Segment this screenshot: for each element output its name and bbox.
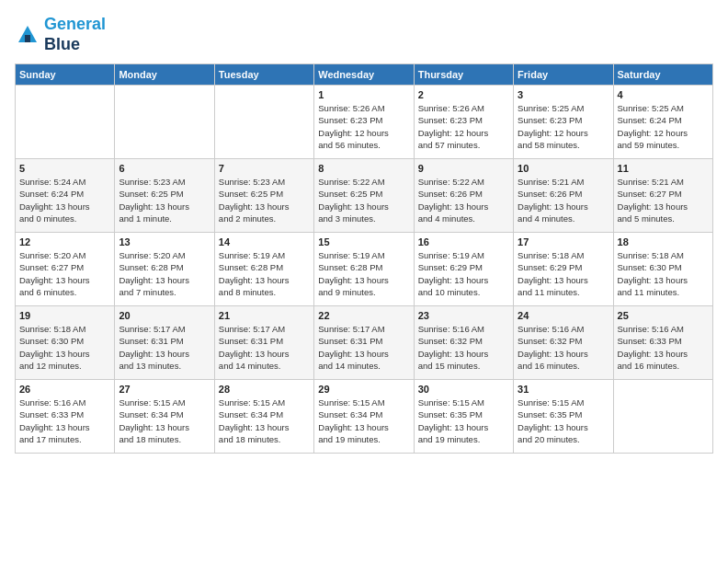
- logo-icon: [15, 22, 40, 48]
- day-number: 23: [418, 310, 509, 321]
- day-content: Sunrise: 5:22 AM Sunset: 6:26 PM Dayligh…: [418, 176, 509, 224]
- day-content: Sunrise: 5:17 AM Sunset: 6:31 PM Dayligh…: [318, 323, 409, 372]
- calendar-day-cell: 12Sunrise: 5:20 AM Sunset: 6:27 PM Dayli…: [16, 233, 115, 306]
- day-content: Sunrise: 5:21 AM Sunset: 6:26 PM Dayligh…: [518, 176, 609, 224]
- day-number: 12: [19, 236, 110, 247]
- day-content: Sunrise: 5:15 AM Sunset: 6:34 PM Dayligh…: [318, 396, 409, 445]
- day-number: 9: [418, 163, 509, 174]
- calendar-day-cell: 21Sunrise: 5:17 AM Sunset: 6:31 PM Dayli…: [214, 306, 313, 380]
- day-content: Sunrise: 5:15 AM Sunset: 6:35 PM Dayligh…: [418, 396, 509, 445]
- calendar-day-cell: 2Sunrise: 5:26 AM Sunset: 6:23 PM Daylig…: [414, 86, 513, 159]
- calendar-day-cell: 7Sunrise: 5:23 AM Sunset: 6:25 PM Daylig…: [214, 159, 313, 233]
- day-content: Sunrise: 5:17 AM Sunset: 6:31 PM Dayligh…: [219, 323, 310, 372]
- day-number: 27: [119, 384, 210, 395]
- day-number: 28: [219, 384, 310, 395]
- day-number: 10: [518, 163, 609, 174]
- day-number: 17: [518, 236, 609, 247]
- calendar-day-cell: 16Sunrise: 5:19 AM Sunset: 6:29 PM Dayli…: [414, 233, 513, 306]
- day-number: 21: [219, 310, 310, 321]
- day-content: Sunrise: 5:23 AM Sunset: 6:25 PM Dayligh…: [219, 176, 310, 224]
- day-content: Sunrise: 5:23 AM Sunset: 6:25 PM Dayligh…: [119, 176, 210, 224]
- calendar-week-row: 5Sunrise: 5:24 AM Sunset: 6:24 PM Daylig…: [16, 159, 713, 233]
- calendar-day-cell: [16, 86, 115, 159]
- day-content: Sunrise: 5:15 AM Sunset: 6:34 PM Dayligh…: [219, 396, 310, 445]
- calendar-day-cell: [115, 86, 214, 159]
- calendar-day-cell: 31Sunrise: 5:15 AM Sunset: 6:35 PM Dayli…: [514, 380, 613, 454]
- day-content: Sunrise: 5:19 AM Sunset: 6:28 PM Dayligh…: [318, 249, 409, 298]
- calendar-day-cell: 24Sunrise: 5:16 AM Sunset: 6:32 PM Dayli…: [514, 306, 613, 380]
- day-number: 4: [618, 89, 709, 100]
- day-content: Sunrise: 5:16 AM Sunset: 6:33 PM Dayligh…: [19, 396, 110, 445]
- weekday-header-row: SundayMondayTuesdayWednesdayThursdayFrid…: [16, 64, 713, 86]
- calendar-day-cell: 1Sunrise: 5:26 AM Sunset: 6:23 PM Daylig…: [314, 86, 414, 159]
- day-number: 29: [318, 384, 409, 395]
- day-content: Sunrise: 5:16 AM Sunset: 6:32 PM Dayligh…: [418, 323, 509, 372]
- calendar-day-cell: 22Sunrise: 5:17 AM Sunset: 6:31 PM Dayli…: [314, 306, 414, 380]
- day-number: 3: [518, 89, 609, 100]
- weekday-header-cell: Friday: [514, 64, 613, 86]
- calendar-day-cell: 18Sunrise: 5:18 AM Sunset: 6:30 PM Dayli…: [613, 233, 712, 306]
- calendar-day-cell: 25Sunrise: 5:16 AM Sunset: 6:33 PM Dayli…: [613, 306, 712, 380]
- weekday-header-cell: Saturday: [613, 64, 712, 86]
- calendar-day-cell: [214, 86, 313, 159]
- calendar-day-cell: 15Sunrise: 5:19 AM Sunset: 6:28 PM Dayli…: [314, 233, 414, 306]
- day-content: Sunrise: 5:19 AM Sunset: 6:28 PM Dayligh…: [219, 249, 310, 298]
- calendar-day-cell: 11Sunrise: 5:21 AM Sunset: 6:27 PM Dayli…: [613, 159, 712, 233]
- day-number: 5: [19, 163, 110, 174]
- calendar-day-cell: 10Sunrise: 5:21 AM Sunset: 6:26 PM Dayli…: [514, 159, 613, 233]
- calendar-day-cell: 9Sunrise: 5:22 AM Sunset: 6:26 PM Daylig…: [414, 159, 513, 233]
- day-content: Sunrise: 5:25 AM Sunset: 6:24 PM Dayligh…: [618, 102, 709, 151]
- calendar-table: SundayMondayTuesdayWednesdayThursdayFrid…: [15, 63, 713, 454]
- calendar-day-cell: 5Sunrise: 5:24 AM Sunset: 6:24 PM Daylig…: [16, 159, 115, 233]
- weekday-header-cell: Thursday: [414, 64, 513, 86]
- calendar-day-cell: 6Sunrise: 5:23 AM Sunset: 6:25 PM Daylig…: [115, 159, 214, 233]
- day-content: Sunrise: 5:24 AM Sunset: 6:24 PM Dayligh…: [19, 176, 110, 224]
- calendar-day-cell: 8Sunrise: 5:22 AM Sunset: 6:25 PM Daylig…: [314, 159, 414, 233]
- day-number: 16: [418, 236, 509, 247]
- day-content: Sunrise: 5:15 AM Sunset: 6:34 PM Dayligh…: [119, 396, 210, 445]
- calendar-day-cell: 19Sunrise: 5:18 AM Sunset: 6:30 PM Dayli…: [16, 306, 115, 380]
- day-content: Sunrise: 5:19 AM Sunset: 6:29 PM Dayligh…: [418, 249, 509, 298]
- day-number: 1: [318, 89, 409, 100]
- logo-text: General Blue: [44, 15, 106, 54]
- calendar-week-row: 1Sunrise: 5:26 AM Sunset: 6:23 PM Daylig…: [16, 86, 713, 159]
- day-number: 14: [219, 236, 310, 247]
- day-content: Sunrise: 5:25 AM Sunset: 6:23 PM Dayligh…: [518, 102, 609, 151]
- day-number: 24: [518, 310, 609, 321]
- calendar-day-cell: 17Sunrise: 5:18 AM Sunset: 6:29 PM Dayli…: [514, 233, 613, 306]
- day-number: 8: [318, 163, 409, 174]
- day-content: Sunrise: 5:26 AM Sunset: 6:23 PM Dayligh…: [418, 102, 509, 151]
- calendar-day-cell: 23Sunrise: 5:16 AM Sunset: 6:32 PM Dayli…: [414, 306, 513, 380]
- page-header: General Blue: [15, 15, 713, 54]
- day-content: Sunrise: 5:18 AM Sunset: 6:30 PM Dayligh…: [19, 323, 110, 372]
- svg-rect-1: [25, 35, 30, 42]
- day-content: Sunrise: 5:15 AM Sunset: 6:35 PM Dayligh…: [518, 396, 609, 445]
- day-number: 2: [418, 89, 509, 100]
- day-number: 13: [119, 236, 210, 247]
- day-number: 26: [19, 384, 110, 395]
- calendar-day-cell: 14Sunrise: 5:19 AM Sunset: 6:28 PM Dayli…: [214, 233, 313, 306]
- day-number: 15: [318, 236, 409, 247]
- weekday-header-cell: Monday: [115, 64, 214, 86]
- calendar-day-cell: 27Sunrise: 5:15 AM Sunset: 6:34 PM Dayli…: [115, 380, 214, 454]
- day-content: Sunrise: 5:21 AM Sunset: 6:27 PM Dayligh…: [618, 176, 709, 224]
- calendar-day-cell: 29Sunrise: 5:15 AM Sunset: 6:34 PM Dayli…: [314, 380, 414, 454]
- day-number: 30: [418, 384, 509, 395]
- day-number: 20: [119, 310, 210, 321]
- calendar-header: SundayMondayTuesdayWednesdayThursdayFrid…: [16, 64, 713, 86]
- calendar-day-cell: 20Sunrise: 5:17 AM Sunset: 6:31 PM Dayli…: [115, 306, 214, 380]
- day-number: 31: [518, 384, 609, 395]
- calendar-day-cell: 26Sunrise: 5:16 AM Sunset: 6:33 PM Dayli…: [16, 380, 115, 454]
- day-content: Sunrise: 5:20 AM Sunset: 6:27 PM Dayligh…: [19, 249, 110, 298]
- calendar-week-row: 26Sunrise: 5:16 AM Sunset: 6:33 PM Dayli…: [16, 380, 713, 454]
- weekday-header-cell: Tuesday: [214, 64, 313, 86]
- calendar-week-row: 12Sunrise: 5:20 AM Sunset: 6:27 PM Dayli…: [16, 233, 713, 306]
- day-content: Sunrise: 5:18 AM Sunset: 6:29 PM Dayligh…: [518, 249, 609, 298]
- calendar-day-cell: 13Sunrise: 5:20 AM Sunset: 6:28 PM Dayli…: [115, 233, 214, 306]
- day-content: Sunrise: 5:16 AM Sunset: 6:32 PM Dayligh…: [518, 323, 609, 372]
- calendar-day-cell: [613, 380, 712, 454]
- weekday-header-cell: Wednesday: [314, 64, 414, 86]
- calendar-day-cell: 28Sunrise: 5:15 AM Sunset: 6:34 PM Dayli…: [214, 380, 313, 454]
- day-number: 19: [19, 310, 110, 321]
- day-content: Sunrise: 5:18 AM Sunset: 6:30 PM Dayligh…: [618, 249, 709, 298]
